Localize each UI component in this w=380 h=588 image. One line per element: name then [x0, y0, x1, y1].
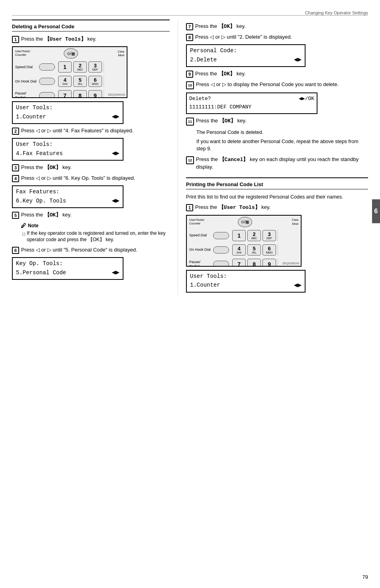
- step-4: 4 Press ◁ or ▷ until "6. Key Op. Tools" …: [12, 175, 170, 182]
- note-item-1-text: If the key operator code is registered a…: [27, 230, 170, 244]
- kb-speeddial-btn: [39, 63, 55, 71]
- kb2-onhook-label: On Hook Dial: [189, 248, 213, 252]
- kb2-key-4: 4GHI: [232, 244, 246, 256]
- step-2: 2 Press ◁ or ▷ until "4. Fax Features" i…: [12, 127, 170, 135]
- step-10-num: 10: [186, 81, 194, 89]
- step-4-text: Press ◁ or ▷ until "6. Key Op. Tools" is…: [21, 175, 135, 181]
- left-section-title: Deleting a Personal Code: [12, 20, 170, 31]
- step-3-text: Press the 【OK】 key.: [21, 164, 72, 170]
- tab-number: 6: [374, 208, 378, 215]
- lcd-delete-box: Delete? ◀▶/OK 11111111:DEF COMPANY: [186, 92, 317, 114]
- note-box: 🖊 Note □ If the key operator code is reg…: [21, 222, 170, 244]
- page-header-label: Changing Key Operator Settings: [0, 8, 380, 15]
- keyboard-image-1: UserTools/Counter ⊙/▦ CleaMod Speed Dial…: [12, 46, 127, 98]
- header-rule: [12, 15, 368, 16]
- print-step-1-text: Press the 【User Tools】 key.: [195, 204, 270, 210]
- kb2-key-2: 2ABC: [247, 230, 261, 241]
- step-12: 12 Press the 【Cancel】 key on each displa…: [186, 156, 368, 171]
- step-7: 7 Press the 【OK】 key.: [186, 23, 368, 30]
- kb-partial2: [104, 76, 110, 87]
- kb-usertool-label: UserTools/Counter: [15, 50, 43, 57]
- kb-key-9: 9: [88, 90, 102, 98]
- kb2-pause-label: Pause/Redial: [189, 260, 213, 267]
- kb2-key-7: 7: [232, 259, 246, 267]
- step-1-num: 1: [12, 36, 19, 43]
- note-icon: 🖊: [21, 222, 26, 229]
- step-3-num: 3: [12, 164, 19, 171]
- right-column: 7 Press the 【OK】 key. 8 Press ◁ or ▷ unt…: [178, 20, 368, 295]
- kb-partial: [104, 61, 110, 73]
- lcd-delete-okbtn: ◀▶/OK: [299, 95, 314, 103]
- kb2-key-9: 9: [262, 259, 276, 267]
- step-9-num: 9: [186, 71, 193, 78]
- kb-key-1: 1: [58, 61, 72, 73]
- kb-zeqcode-1: ZEQS06GN: [108, 93, 125, 96]
- page-number: 79: [362, 574, 368, 580]
- lcd-counter-2: User Tools: 1.Counter ◀▶: [186, 270, 306, 293]
- kb2-onhook-btn: [213, 246, 229, 254]
- kb2-pause-btn: [213, 261, 229, 267]
- lcd2-arrow: ◀▶: [112, 149, 119, 158]
- tab-marker: 6: [372, 199, 380, 223]
- step-12-num: 12: [186, 156, 194, 164]
- step-8: 8 Press ◁ or ▷ until "2. Delete" is disp…: [186, 33, 368, 41]
- note-label: Note: [28, 223, 39, 228]
- after-step11-para1: The Personal Code is deleted.: [196, 129, 368, 136]
- lcd2-line2: 4.Fax Features: [16, 149, 63, 158]
- kb-onhook-label: On Hook Dial: [15, 79, 39, 84]
- print-step-1-num: 1: [186, 204, 193, 211]
- kb-pause-btn: [39, 92, 55, 98]
- lcd3-line2: 6.Key Op. Tools: [16, 197, 66, 205]
- step-2-text: Press ◁ or ▷ until "4. Fax Features" is …: [21, 128, 133, 134]
- kb2-partial: [278, 230, 284, 241]
- lcd4-line1: Key Op. Tools:: [16, 260, 63, 268]
- lcd-personal-line1: Personal Code:: [190, 47, 237, 55]
- step-7-text: Press the 【OK】 key.: [195, 23, 246, 29]
- step-7-num: 7: [186, 23, 193, 30]
- kb-key-2: 2ABC: [73, 61, 87, 73]
- step-5: 5 Press the 【OK】 key.: [12, 211, 170, 219]
- kb-clear-label: CleaMod: [100, 50, 124, 57]
- note-bullet-1: □: [22, 231, 25, 244]
- lcd4-arrow: ◀▶: [112, 268, 119, 277]
- kb-key-5: 5JKL: [73, 76, 87, 87]
- step-10: 10 Press ◁ or ▷ to display the Personal …: [186, 81, 368, 89]
- kb2-partial2: [278, 244, 284, 256]
- kb2-key-1: 1: [232, 230, 246, 241]
- kb-key-4: 4GHI: [58, 76, 72, 87]
- step-6-text: Press ◁ or ▷ until "5. Personal Code" is…: [21, 247, 137, 253]
- lcd3-arrow: ◀▶: [112, 196, 119, 206]
- note-item-1: □ If the key operator code is registered…: [21, 230, 170, 244]
- kb-pause-label: Pause/Redial: [15, 91, 39, 98]
- after-step11-para2: If you want to delete another Personal C…: [196, 138, 368, 153]
- lcd-counter2-line1: User Tools:: [190, 272, 227, 281]
- lcd-display-3: Fax Features: 6.Key Op. Tools ◀▶: [12, 185, 123, 208]
- step-10-text: Press ◁ or ▷ to display the Personal Cod…: [196, 81, 339, 87]
- step-9: 9 Press the 【OK】 key.: [186, 70, 368, 78]
- kb2-clear-label: CleaMod: [274, 218, 298, 226]
- lcd-display-4: Key Op. Tools: 5.Personal Code ◀▶: [12, 257, 123, 280]
- kb-key-3: 3DEF: [88, 61, 102, 73]
- print-step-1: 1 Press the 【User Tools】 key.: [186, 204, 368, 211]
- step-11-num: 11: [186, 118, 194, 126]
- lcd-delete-line2: 11111111:DEF COMPANY: [189, 103, 314, 112]
- step-2-num: 2: [12, 128, 19, 135]
- kb-center-key: ⊙/▦: [64, 48, 78, 59]
- kb-key-7: 7: [58, 90, 72, 98]
- step-11-text: Press the 【OK】 key.: [196, 118, 247, 124]
- step-5-num: 5: [12, 212, 19, 219]
- step-5-text: Press the 【OK】 key.: [21, 212, 72, 218]
- kb2-key-6: 6MNO: [262, 244, 276, 256]
- kb2-key-5: 5JKL: [247, 244, 261, 256]
- lcd-counter2-line2: 1.Counter: [190, 281, 220, 289]
- step-8-text: Press ◁ or ▷ until "2. Delete" is displa…: [195, 34, 292, 40]
- step-8-num: 8: [186, 34, 193, 41]
- step-11: 11 Press the 【OK】 key.: [186, 117, 368, 126]
- kb2-usertool-label: UserTools/Counter: [189, 218, 217, 226]
- kb2-speeddial-btn: [213, 232, 229, 239]
- kb2-key-3: 3DEF: [262, 230, 276, 241]
- lcd-display-2: User Tools: 4.Fax Features ◀▶: [12, 138, 123, 161]
- kb2-center-key: ⊙/▦: [238, 217, 252, 227]
- lcd-delete-text1: Delete?: [189, 95, 211, 103]
- kb-speeddial-label: Speed Dial: [15, 65, 39, 69]
